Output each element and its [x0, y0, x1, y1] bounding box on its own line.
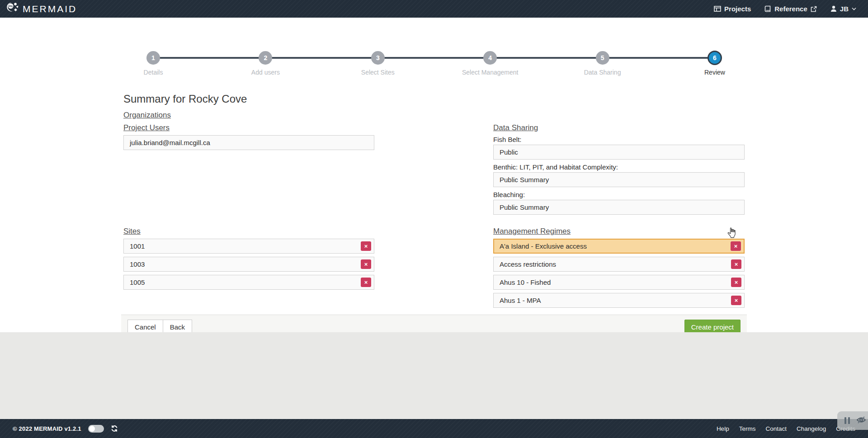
management-regime-row-highlighted: A'a Island - Exclusive access × [493, 239, 745, 254]
cancel-button[interactable]: Cancel [127, 320, 163, 332]
site-row: 1001 × [123, 239, 374, 254]
benthic-label: Benthic: LIT, PIT, and Habitat Complexit… [493, 163, 745, 171]
step-review[interactable]: 6 Review [685, 51, 745, 76]
fish-belt-value-text: Public [500, 148, 518, 156]
step-6-circle: 6 [708, 51, 722, 65]
management-regimes-heading: Management Regimes [493, 226, 745, 237]
brand-title: MERMAID [23, 4, 77, 14]
step-5-circle: 5 [596, 51, 609, 65]
remove-site-button[interactable]: × [361, 278, 371, 287]
management-regime-name: A'a Island - Exclusive access [500, 242, 587, 250]
data-sharing-heading: Data Sharing [493, 122, 745, 133]
step-4-circle: 4 [483, 51, 497, 65]
step-add-users[interactable]: 2 Add users [236, 51, 295, 76]
top-nav-links: Projects Reference [714, 5, 856, 13]
remove-management-regime-button[interactable]: × [731, 241, 741, 251]
site-row: 1003 × [123, 257, 374, 272]
mermaid-logo-icon [5, 1, 19, 17]
data-sharing-field: Benthic: LIT, PIT, and Habitat Complexit… [493, 163, 745, 187]
create-project-button[interactable]: Create project [684, 320, 741, 332]
benthic-value: Public Summary [493, 172, 745, 187]
management-regime-row: Ahus 10 - Fished × [493, 275, 745, 290]
site-row: 1005 × [123, 275, 374, 290]
remove-site-button[interactable]: × [361, 241, 371, 251]
management-regime-name: Ahus 1 - MPA [500, 297, 541, 304]
nav-projects-label: Projects [724, 5, 751, 13]
sites-section: Sites 1001 × 1003 × 1005 × [123, 226, 374, 311]
chevron-down-icon [852, 7, 856, 10]
footer-bar: © 2022 MERMAID v1.2.1 Help Terms Contact… [0, 419, 868, 438]
management-regime-row: Access restrictions × [493, 257, 745, 272]
footer-link-contact[interactable]: Contact [765, 425, 787, 432]
copyright-text: © 2022 MERMAID v1.2.1 [13, 425, 81, 432]
data-sharing-field: Fish Belt: Public [493, 135, 745, 160]
data-sharing-section: Data Sharing Fish Belt: Public Benthic: … [493, 122, 745, 218]
wizard-action-bar: Cancel Back Create project [121, 315, 747, 332]
footer-link-changelog[interactable]: Changelog [797, 425, 826, 432]
step-select-management[interactable]: 4 Select Management [460, 51, 520, 76]
projects-icon [714, 6, 721, 12]
bleaching-value-text: Public Summary [500, 203, 549, 211]
step-details[interactable]: 1 Details [123, 51, 183, 76]
pause-icon[interactable] [844, 417, 850, 424]
footer-links: Help Terms Contact Changelog Credits [717, 425, 855, 432]
back-button[interactable]: Back [163, 320, 192, 332]
main-content: 1 Details 2 Add users 3 Select Sites 4 S… [0, 18, 868, 332]
step-3-circle: 3 [371, 51, 385, 65]
nav-reference[interactable]: Reference [764, 5, 817, 13]
step-1-circle: 1 [146, 51, 160, 65]
remove-management-regime-button[interactable]: × [731, 296, 741, 305]
refresh-icon[interactable] [111, 425, 118, 432]
management-regime-name: Ahus 10 - Fished [500, 278, 551, 286]
remove-management-regime-button[interactable]: × [731, 278, 741, 287]
project-user-email: julia.briand@mail.mcgill.ca [130, 139, 210, 146]
page-title: Summary for Rocky Cove [123, 92, 745, 106]
nav-user-menu[interactable]: JB [830, 5, 856, 13]
nav-projects[interactable]: Projects [714, 5, 751, 13]
site-name: 1001 [130, 242, 145, 250]
nav-user-label: JB [840, 5, 849, 13]
organizations-heading: Organizations [123, 110, 745, 121]
management-regime-name: Access restrictions [500, 260, 556, 268]
step-1-label: Details [144, 69, 163, 76]
step-2-circle: 2 [259, 51, 272, 65]
top-navbar: MERMAID Projects Reference [0, 0, 868, 18]
site-name: 1003 [130, 260, 145, 268]
external-link-icon [811, 6, 817, 12]
step-data-sharing[interactable]: 5 Data Sharing [573, 51, 632, 76]
project-users-heading: Project Users [123, 122, 374, 133]
project-users-section: Project Users julia.briand@mail.mcgill.c… [123, 122, 374, 218]
footer-link-terms[interactable]: Terms [739, 425, 756, 432]
bleaching-label: Bleaching: [493, 190, 745, 199]
wizard-stepper: 1 Details 2 Add users 3 Select Sites 4 S… [123, 51, 745, 76]
data-sharing-field: Bleaching: Public Summary [493, 190, 745, 215]
nav-reference-label: Reference [774, 5, 807, 13]
book-icon [764, 5, 771, 12]
screen-recorder-overlay [837, 411, 868, 430]
site-name: 1005 [130, 278, 145, 286]
bleaching-value: Public Summary [493, 200, 745, 215]
project-user-item: julia.briand@mail.mcgill.ca [123, 135, 374, 150]
step-5-label: Data Sharing [584, 69, 621, 76]
remove-management-regime-button[interactable]: × [731, 259, 741, 269]
brand-home-link[interactable]: MERMAID [5, 1, 77, 17]
eye-slash-icon[interactable] [856, 416, 866, 426]
step-4-label: Select Management [462, 69, 519, 76]
sites-heading: Sites [123, 226, 374, 237]
remove-site-button[interactable]: × [361, 259, 371, 269]
summary-grid: Project Users julia.briand@mail.mcgill.c… [123, 122, 745, 311]
step-2-label: Add users [251, 69, 280, 76]
page-background [0, 332, 868, 419]
toggle-knob [89, 426, 95, 432]
footer-link-help[interactable]: Help [717, 425, 729, 432]
step-3-label: Select Sites [361, 69, 395, 76]
user-icon [830, 5, 837, 12]
benthic-value-text: Public Summary [500, 176, 549, 184]
management-regime-row: Ahus 1 - MPA × [493, 293, 745, 308]
theme-toggle[interactable] [88, 425, 104, 433]
fish-belt-value: Public [493, 145, 745, 160]
step-6-label: Review [704, 69, 725, 76]
management-regimes-section: Management Regimes A'a Island - Exclusiv… [493, 226, 745, 311]
fish-belt-label: Fish Belt: [493, 135, 745, 144]
step-select-sites[interactable]: 3 Select Sites [348, 51, 408, 76]
